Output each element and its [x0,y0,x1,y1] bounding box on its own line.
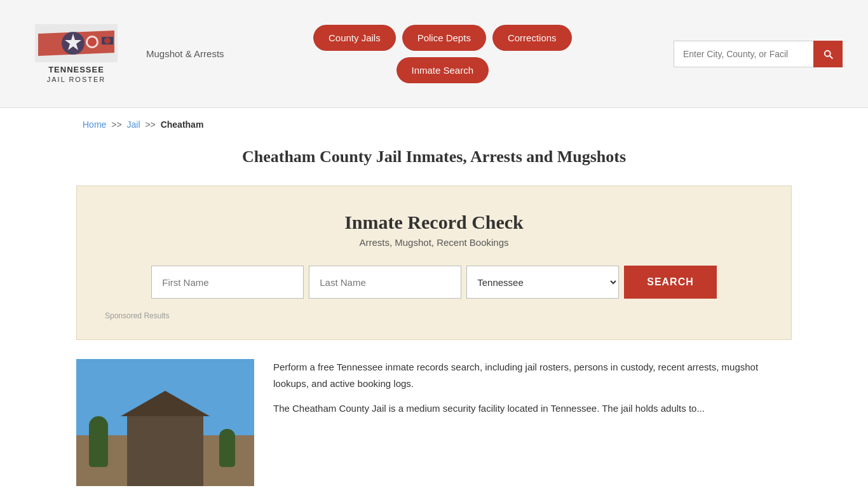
logo-subtitle-text: JAIL ROSTER [47,76,106,83]
svg-point-5 [88,37,97,46]
breadcrumb-sep-1: >> [111,119,121,130]
record-search-button[interactable]: SEARCH [624,266,717,299]
header-search-button[interactable] [813,41,843,67]
mugshot-label: Mugshot & Arrests [146,48,224,59]
logo-map-image [35,24,118,62]
search-icon [822,48,834,60]
svg-point-7 [104,37,111,44]
nav-row-2: Inmate Search [397,57,489,83]
page-title: Cheatham County Jail Inmates, Arrests an… [25,147,843,166]
nav-row-1: County Jails Police Depts Corrections [313,25,572,51]
breadcrumb: Home >> Jail >> Cheatham [0,108,868,141]
building-roof [121,391,210,416]
logo-area: TENNESSEE JAIL ROSTER [25,24,127,83]
police-depts-button[interactable]: Police Depts [402,25,486,51]
breadcrumb-current: Cheatham [161,119,204,130]
nav-area: County Jails Police Depts Corrections In… [243,25,642,83]
record-check-title: Inmate Record Check [102,212,766,233]
content-paragraph-2: The Cheatham County Jail is a medium sec… [273,400,792,417]
breadcrumb-jail-link[interactable]: Jail [127,119,140,130]
record-check-subtitle: Arrests, Mugshot, Recent Bookings [102,237,766,248]
last-name-input[interactable] [309,266,461,299]
inmate-search-button[interactable]: Inmate Search [397,57,489,83]
site-header: TENNESSEE JAIL ROSTER Mugshot & Arrests … [0,0,868,108]
content-paragraph-1: Perform a free Tennessee inmate records … [273,359,792,391]
header-search-area [674,41,843,67]
logo-title-text: TENNESSEE [48,65,104,76]
tree-left [89,416,108,467]
tree-right [219,429,235,467]
header-search-input[interactable] [674,41,813,67]
corrections-button[interactable]: Corrections [492,25,572,51]
sponsored-label: Sponsored Results [102,311,766,320]
record-search-form: Tennessee Alabama Georgia Kentucky SEARC… [102,266,766,299]
county-jails-button[interactable]: County Jails [313,25,396,51]
breadcrumb-home-link[interactable]: Home [83,119,106,130]
page-title-section: Cheatham County Jail Inmates, Arrests an… [0,141,868,186]
state-select[interactable]: Tennessee Alabama Georgia Kentucky [466,266,619,299]
content-text: Perform a free Tennessee inmate records … [273,359,792,426]
content-building-image [76,359,254,486]
record-check-box: Inmate Record Check Arrests, Mugshot, Re… [76,186,792,340]
first-name-input[interactable] [151,266,304,299]
content-section: Perform a free Tennessee inmate records … [0,359,868,488]
breadcrumb-sep-2: >> [145,119,155,130]
building-silhouette [127,416,203,486]
